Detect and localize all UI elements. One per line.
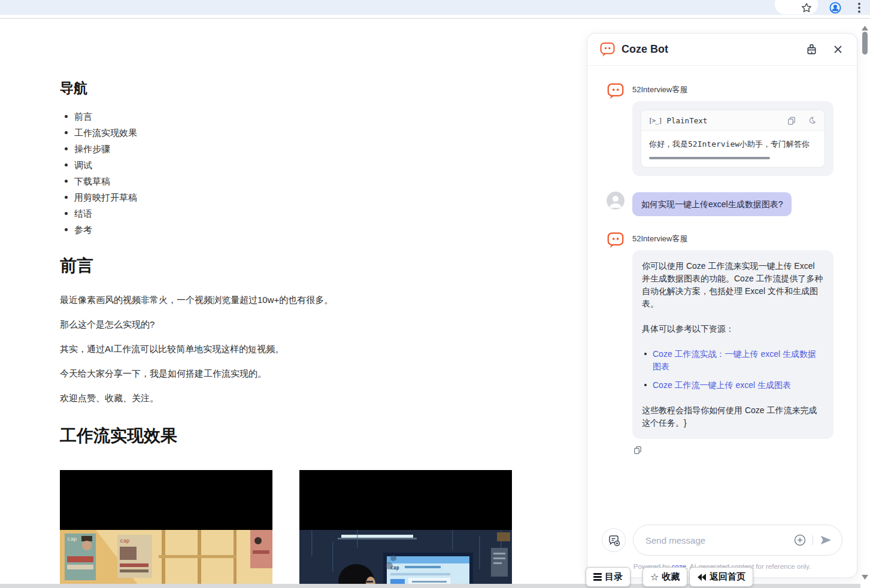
nav-item-closing[interactable]: 结语	[74, 209, 527, 218]
video-thumbnail-night-scene[interactable]: cap	[299, 470, 512, 588]
attach-button[interactable]	[793, 534, 807, 547]
bot-avatar-icon	[607, 231, 625, 249]
coze-logo-icon	[599, 41, 616, 57]
terminal-icon: [>_]	[648, 117, 662, 125]
effect-heading: 工作流实现效果	[60, 425, 527, 447]
user-avatar-icon	[607, 192, 625, 210]
code-block: [>_] PlainText	[641, 110, 825, 168]
reply-paragraph: 你可以使用 Coze 工作流来实现一键上传 Excel 并生成数据图表的功能。C…	[642, 260, 824, 310]
bot-message-bubble: 你可以使用 Coze 工作流来实现一键上传 Excel 并生成数据图表的功能。C…	[632, 250, 833, 439]
user-message-bubble: 如何实现一键上传excel生成数据图表?	[632, 192, 792, 216]
chat-panel-header: Coze Bot	[587, 34, 857, 66]
resource-link-2[interactable]: Coze 工作流一键上传 excel 生成图表	[653, 380, 791, 390]
resource-links: Coze 工作流实战：一键上传 excel 生成数据图表 Coze 工作流一键上…	[653, 348, 824, 392]
broom-icon	[806, 44, 817, 55]
nav-item-intro[interactable]: 前言	[74, 112, 527, 121]
back-home-button[interactable]: 返回首页	[689, 567, 753, 587]
send-icon	[819, 534, 832, 546]
article-content: 导航 前言 工作流实现效果 操作步骤 调试 下载草稿 用剪映打开草稿 结语 参考…	[60, 79, 527, 588]
svg-text:cap: cap	[67, 536, 77, 542]
nav-item-jianying[interactable]: 用剪映打开草稿	[74, 193, 527, 202]
bot-message-welcome: 52Interview客服 [>_] PlainText	[607, 82, 833, 176]
nav-list: 前言 工作流实现效果 操作步骤 调试 下载草稿 用剪映打开草稿 结语 参考	[74, 112, 527, 234]
message-input[interactable]	[645, 535, 793, 545]
hamburger-icon	[593, 572, 602, 583]
copy-message-button[interactable]	[633, 445, 643, 455]
favorite-button-label: 收藏	[662, 571, 680, 583]
close-icon	[833, 45, 842, 54]
coze-chat-panel: Coze Bot	[587, 33, 857, 578]
back-home-button-label: 返回首页	[710, 571, 745, 583]
send-button[interactable]	[819, 534, 832, 546]
bot-name: 52Interview客服	[632, 234, 833, 244]
toc-button-label: 目录	[605, 571, 623, 583]
scroll-down-button[interactable]	[861, 572, 869, 578]
bot-message-answer: 52Interview客服 你可以使用 Coze 工作流来实现一键上传 Exce…	[607, 231, 833, 455]
svg-text:cap: cap	[120, 538, 129, 544]
message-list: 52Interview客服 [>_] PlainText	[587, 66, 857, 489]
intro-paragraph: 最近像素画风的视频非常火，一个视频浏览量超过10w+的也有很多。	[60, 294, 527, 306]
close-panel-button[interactable]	[830, 43, 845, 57]
vertical-scrollbar-thumb[interactable]	[862, 32, 868, 54]
nav-heading: 导航	[60, 79, 527, 98]
copy-icon	[633, 445, 642, 454]
panel-title: Coze Bot	[622, 43, 792, 56]
new-conversation-button[interactable]	[602, 528, 626, 552]
rewind-icon	[697, 573, 707, 581]
reply-paragraph: 这些教程会指导你如何使用 Coze 工作流来完成这个任务。}	[642, 404, 824, 429]
video-thumbnail-day-scene[interactable]: cap cap	[60, 470, 272, 588]
intro-paragraph: 那么这个是怎么实现的?	[60, 319, 527, 331]
toc-button[interactable]: 目录	[586, 567, 630, 587]
bookmark-star-icon[interactable]	[800, 1, 813, 14]
bot-name: 52Interview客服	[632, 84, 833, 95]
bot-message-bubble: [>_] PlainText	[632, 101, 833, 176]
favorite-button[interactable]: ☆ 收藏	[642, 567, 687, 587]
code-horizontal-scrollbar[interactable]	[649, 157, 770, 159]
nav-item-effect[interactable]: 工作流实现效果	[74, 128, 527, 137]
profile-icon[interactable]	[829, 1, 842, 14]
user-message: 如何实现一键上传excel生成数据图表?	[607, 192, 833, 216]
copy-code-button[interactable]	[786, 115, 797, 126]
new-chat-icon	[608, 534, 620, 547]
bot-avatar-icon	[607, 82, 625, 100]
video-thumbnails: cap cap	[60, 470, 527, 588]
scroll-up-button[interactable]	[861, 23, 869, 29]
menu-dots-icon[interactable]	[853, 1, 866, 14]
moon-icon	[808, 116, 816, 125]
resource-link-1[interactable]: Coze 工作流实战：一键上传 excel 生成数据图表	[653, 349, 816, 371]
star-icon: ☆	[650, 571, 659, 583]
nav-item-reference[interactable]: 参考	[74, 225, 527, 234]
copy-icon	[787, 116, 796, 125]
input-divider	[813, 535, 813, 545]
nav-item-download[interactable]: 下载草稿	[74, 177, 527, 186]
toolbar-divider	[0, 15, 870, 19]
code-content: 你好，我是52Interview小助手，专门解答你	[641, 131, 824, 153]
reply-paragraph: 具体可以参考以下资源：	[642, 323, 824, 335]
intro-paragraph: 其实，通过AI工作流可以比较简单地实现这样的短视频。	[60, 343, 527, 355]
intro-paragraph: 欢迎点赞、收藏、关注。	[60, 392, 527, 404]
code-language-label: PlainText	[667, 116, 777, 125]
intro-paragraph: 今天给大家分享一下，我是如何搭建工作流实现的。	[60, 368, 527, 380]
nav-item-steps[interactable]: 操作步骤	[74, 144, 527, 153]
nav-item-debug[interactable]: 调试	[74, 160, 527, 169]
message-input-pill	[633, 525, 842, 556]
clear-chat-button[interactable]	[804, 43, 819, 57]
chat-input-area	[587, 525, 857, 556]
list-item: Coze 工作流实战：一键上传 excel 生成数据图表	[653, 348, 824, 373]
plus-circle-icon	[793, 534, 807, 547]
list-item: Coze 工作流一键上传 excel 生成图表	[653, 379, 824, 392]
intro-heading: 前言	[60, 254, 527, 277]
theme-toggle-button[interactable]	[807, 115, 817, 126]
browser-toolbar	[0, 0, 870, 15]
code-block-header: [>_] PlainText	[641, 110, 824, 131]
